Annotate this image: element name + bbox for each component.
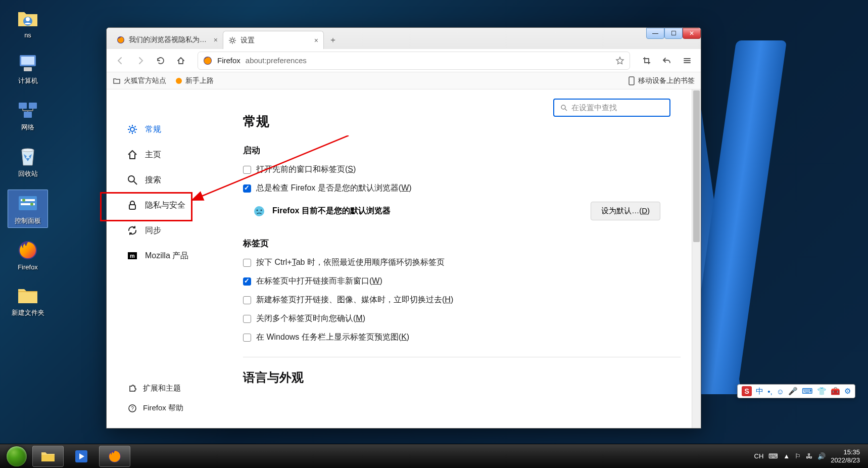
bookmark-star-button[interactable] [615,56,624,65]
category-label: 同步 [145,225,161,236]
ime-voice-icon[interactable]: 🎤 [788,387,798,396]
firefox-icon [203,56,212,65]
category-sync[interactable]: 同步 [122,218,223,243]
svg-point-20 [231,39,234,42]
forward-button[interactable] [132,52,149,69]
checkbox-switch-immediately[interactable]: 新建标签页打开链接、图像、媒体时，立即切换过去(H) [243,295,681,305]
home-icon [176,56,185,65]
app-menu-button[interactable] [679,52,696,69]
svg-rect-4 [24,67,32,71]
back-button[interactable] [112,52,129,69]
desktop-icon-firefox[interactable]: Firefox [8,237,48,273]
category-home[interactable]: 主页 [122,142,223,167]
desktop-icon-label: 回收站 [18,169,38,178]
checkbox-ctrl-tab-order[interactable]: 按下 Ctrl+Tab 时，依照最近使用顺序循环切换标签页 [243,257,681,268]
desktop-icon-label: Firefox [18,263,38,271]
desktop-icons-column: ns 计算机 网络 回收站 控制面板 Firefox 新建文件夹 [8,5,48,319]
ime-toolbox-icon[interactable]: 🧰 [831,387,840,396]
settings-content: 常规 主页 搜索 隐私与安全 [107,89,701,428]
checkbox-open-in-tabs[interactable]: 在标签页中打开链接而非新窗口(W) [243,276,681,287]
bookmark-mobile-bookmarks[interactable]: 移动设备上的书签 [628,76,695,85]
tray-volume-icon[interactable]: 🔊 [817,452,826,460]
home-button[interactable] [172,52,189,69]
checkbox-always-check-default[interactable]: 总是检查 Firefox 是否是您的默认浏览器(W) [243,183,681,194]
ime-skin-icon[interactable]: 👕 [817,387,827,396]
url-text: about:preferences [246,56,307,65]
checkbox-icon [243,259,251,267]
checkbox-icon [243,315,251,323]
ime-punctuation-icon[interactable]: •, [767,387,772,396]
tray-keyboard-icon[interactable]: ⌨ [768,452,778,460]
minimize-button[interactable]: — [646,28,664,39]
checkbox-taskbar-preview[interactable]: 在 Windows 任务栏上显示标签页预览图(K) [243,332,681,343]
desktop-icon-network[interactable]: 网络 [8,97,48,134]
taskbar-app-firefox[interactable] [99,446,130,467]
vertical-scrollbar[interactable] [692,89,701,428]
search-icon [560,104,567,111]
screenshot-button[interactable] [638,52,655,69]
close-icon[interactable]: × [214,36,218,44]
checkbox-label: 在 Windows 任务栏上显示标签页预览图(K) [256,332,409,343]
desktop-icon-ns[interactable]: ns [8,5,48,41]
folder-icon [40,450,56,463]
folder-icon [17,284,39,306]
tray-ime-label[interactable]: CH [754,452,764,460]
desktop-icon-computer[interactable]: 计算机 [8,50,48,87]
taskbar-app-explorer[interactable] [32,446,64,467]
bookmark-label: 火狐官方站点 [124,76,166,85]
checkbox-confirm-close-multiple[interactable]: 关闭多个标签页时向您确认(M) [243,313,681,324]
tray-action-center-icon[interactable]: ⚐ [795,452,801,460]
reload-button[interactable] [152,52,169,69]
undo-button[interactable] [658,52,676,69]
svg-point-35 [257,209,258,211]
taskbar: CH ⌨ ▲ ⚐ 🖧 🔊 15:35 2022/8/23 [0,444,868,468]
windows-orb-icon [7,446,27,466]
checkbox-label: 新建标签页打开链接、图像、媒体时，立即切换过去(H) [256,295,453,305]
ime-keyboard-icon[interactable]: ⌨ [802,387,813,396]
category-general[interactable]: 常规 [122,117,223,142]
category-search[interactable]: 搜索 [122,167,223,193]
category-privacy[interactable]: 隐私与安全 [122,193,223,218]
footer-help[interactable]: ? Firefox 帮助 [122,398,223,418]
svg-point-17 [30,203,33,206]
crop-icon [642,56,651,65]
tab-privacy-landing[interactable]: 我们的浏览器视隐私为先—这是 × [112,31,223,49]
start-button[interactable] [3,446,30,467]
close-icon[interactable]: × [314,36,318,44]
taskbar-app-media-player[interactable] [66,446,97,467]
set-default-button[interactable]: 设为默认…(D) [591,202,660,220]
ime-emoji-icon[interactable]: ☺ [777,387,784,396]
section-heading-startup: 启动 [243,145,681,156]
svg-point-12 [22,149,34,152]
sogou-logo-icon: S [742,386,752,396]
tray-network-icon[interactable]: 🖧 [806,452,812,460]
svg-line-26 [134,181,137,184]
undo-icon [662,56,671,65]
section-heading-tabs: 标签页 [243,238,681,249]
desktop-icon-control-panel[interactable]: 控制面板 [8,190,48,228]
bookmark-item-official[interactable]: 火狐官方站点 [113,76,166,85]
home-icon [127,149,138,160]
new-tab-button[interactable]: ＋ [324,31,342,49]
settings-search-input[interactable]: 在设置中查找 [553,99,670,117]
footer-extensions[interactable]: 扩展和主题 [122,379,223,398]
taskbar-clock[interactable]: 15:35 2022/8/23 [831,448,860,464]
category-label: Mozilla 产品 [145,251,188,261]
svg-point-16 [22,199,25,202]
bookmark-item-getting-started[interactable]: 新手上路 [175,76,214,85]
tray-chevron-icon[interactable]: ▲ [783,452,790,460]
scrollbar-thumb[interactable] [693,90,700,242]
category-mozilla[interactable]: m Mozilla 产品 [122,243,223,268]
url-bar[interactable]: Firefox about:preferences [198,52,630,70]
star-icon [615,56,624,65]
tab-settings[interactable]: 设置 × [223,31,324,49]
ime-toolbar[interactable]: S 中 •, ☺ 🎤 ⌨ 👕 🧰 ⚙ [737,384,855,398]
ime-settings-icon[interactable]: ⚙ [844,387,851,396]
close-button[interactable]: ✕ [683,28,701,39]
ime-mode[interactable]: 中 [756,387,763,396]
checkbox-icon [243,184,251,193]
desktop-icon-new-folder[interactable]: 新建文件夹 [8,282,48,319]
maximize-button[interactable]: ☐ [664,28,683,39]
checkbox-restore-previous[interactable]: 打开先前的窗口和标签页(S) [243,164,681,175]
desktop-icon-recycle-bin[interactable]: 回收站 [8,143,48,180]
